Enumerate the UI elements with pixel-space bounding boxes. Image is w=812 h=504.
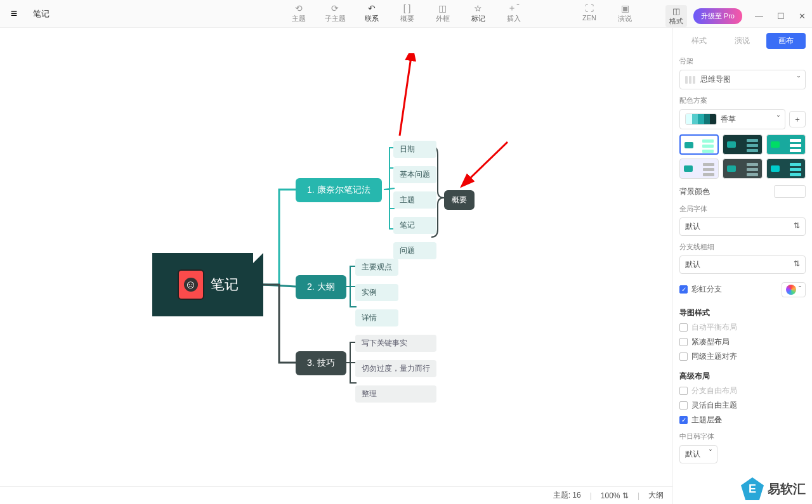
zen-button[interactable]: ⛶ZEN [580, 3, 599, 23]
cjk-font-select[interactable]: 默认ˇ [679, 445, 717, 463]
menu-icon[interactable]: ≡ [0, 7, 28, 20]
theme-grid [679, 134, 806, 179]
leaf-node[interactable]: 写下关键事实 [355, 335, 436, 352]
free-branch-checkbox [679, 387, 688, 395]
chevron-down-icon: ˇ [797, 75, 800, 84]
minimize-icon[interactable]: ― [755, 11, 763, 21]
marker-button[interactable]: ☆标记 [469, 3, 488, 23]
bg-color-label: 背景颜色 [679, 186, 710, 197]
leaf-node[interactable]: 主要观点 [355, 259, 398, 276]
leaf-node[interactable]: 详情 [355, 309, 398, 326]
auto-balance-checkbox [679, 323, 688, 332]
theme-thumb[interactable] [766, 134, 806, 155]
branch-width-select[interactable]: 默认⇅ [679, 255, 806, 274]
close-icon[interactable]: ✕ [799, 11, 806, 21]
topic-count: 16 [572, 491, 580, 500]
summary-node[interactable]: 概要 [444, 190, 475, 210]
toolbar-center: ⟲主题 ⟳子主题 ↶联系 [ ]概要 ◫外框 ☆标记 ＋ˇ插入 [289, 3, 523, 23]
leaf-node[interactable]: 切勿过度，量力而行 [355, 360, 436, 377]
free-topic-checkbox[interactable] [679, 401, 688, 410]
tab-pitch[interactable]: 演说 [723, 33, 762, 49]
theme-thumb[interactable] [679, 134, 719, 155]
leaf-node[interactable]: 基本问题 [393, 166, 436, 183]
watermark-logo: 易软汇 [741, 477, 806, 500]
leaf-node[interactable]: 实例 [355, 284, 398, 301]
relationship-button[interactable]: ↶联系 [362, 3, 381, 23]
theme-thumb[interactable] [679, 158, 719, 179]
root-topic[interactable]: 笔记 [152, 253, 263, 316]
color-scheme-select[interactable]: 香草 ˇ [679, 109, 785, 129]
branch-width-label: 分支线粗细 [679, 242, 806, 252]
format-panel: 样式 演说 画布 骨架 思维导图 ˇ 配色方案 香草 ˇ ＋ 背景颜色 全局字体… [672, 28, 812, 504]
document-title: 笔记 [33, 8, 49, 20]
branch-1[interactable]: 1. 康奈尔笔记法 [296, 178, 382, 202]
upgrade-button[interactable]: 升级至 Pro [693, 8, 742, 24]
insert-button[interactable]: ＋ˇ插入 [504, 3, 523, 23]
bg-color-swatch[interactable] [774, 185, 806, 198]
color-scheme-label: 配色方案 [679, 96, 806, 105]
mindmap-canvas[interactable]: 笔记 1. 康奈尔笔记法 2. 大纲 3. 技巧 日期 基本问题 主题 笔记 问… [0, 28, 672, 486]
cjk-font-label: 中日韩字体 [679, 432, 806, 441]
chevron-down-icon: ˇ [799, 285, 801, 294]
skeleton-label: 骨架 [679, 56, 806, 66]
maximize-icon[interactable]: ☐ [777, 11, 785, 21]
zoom-level[interactable]: 100% ⇅ [601, 491, 629, 500]
compact-checkbox[interactable] [679, 338, 688, 346]
leaf-node[interactable]: 整理 [355, 385, 436, 403]
branch-2[interactable]: 2. 大纲 [296, 275, 346, 299]
summary-button[interactable]: [ ]概要 [398, 3, 417, 23]
adv-layout-head: 高级布局 [679, 371, 806, 382]
format-button[interactable]: ◫格式 [665, 5, 687, 27]
structure-select[interactable]: 思维导图 ˇ [679, 70, 806, 89]
leaf-node[interactable]: 笔记 [393, 217, 436, 234]
theme-thumb[interactable] [723, 134, 762, 155]
align-sibling-checkbox[interactable] [679, 352, 688, 361]
add-color-scheme-button[interactable]: ＋ [789, 111, 806, 127]
chevron-down-icon: ˇ [777, 115, 780, 124]
boundary-button[interactable]: ◫外框 [433, 3, 452, 23]
branch-3[interactable]: 3. 技巧 [296, 351, 346, 375]
map-style-head: 导图样式 [679, 307, 806, 318]
notebook-icon [178, 269, 204, 300]
rainbow-checkbox[interactable] [679, 285, 688, 294]
updown-icon: ⇅ [794, 259, 800, 270]
theme-thumb[interactable] [723, 158, 762, 179]
pitch-button[interactable]: ▣演说 [615, 3, 634, 23]
overlap-checkbox[interactable] [679, 416, 688, 424]
tab-canvas[interactable]: 画布 [766, 33, 806, 49]
tab-style[interactable]: 样式 [679, 33, 719, 49]
logo-icon [741, 477, 764, 500]
rainbow-options[interactable]: ˇ [782, 282, 806, 297]
status-bar: 主题: 16 | 100% ⇅ | 大纲 [0, 486, 672, 504]
leaf-node[interactable]: 主题 [393, 191, 436, 209]
global-font-select[interactable]: 默认⇅ [679, 217, 806, 236]
theme-thumb[interactable] [766, 158, 806, 179]
leaf-node[interactable]: 问题 [393, 242, 436, 259]
toolbar-right: ⛶ZEN ▣演说 [580, 3, 634, 23]
updown-icon: ⇅ [794, 221, 800, 232]
svg-line-0 [400, 57, 411, 136]
leaf-node[interactable]: 日期 [393, 141, 436, 158]
topic-button[interactable]: ⟲主题 [289, 3, 308, 23]
svg-line-1 [468, 142, 508, 180]
subtopic-button[interactable]: ⟳子主题 [325, 3, 346, 23]
global-font-label: 全局字体 [679, 204, 806, 214]
outline-button[interactable]: 大纲 [648, 490, 664, 501]
rainbow-icon [786, 285, 796, 295]
